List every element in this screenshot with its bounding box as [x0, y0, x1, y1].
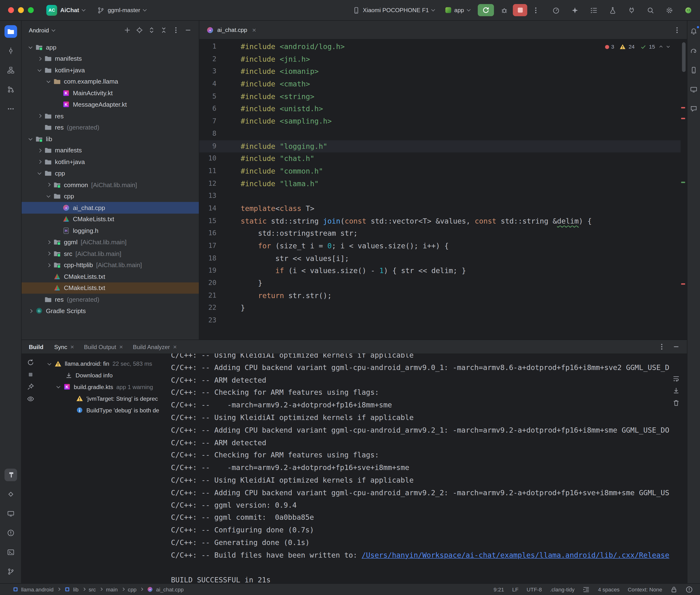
project-selector[interactable]: AC AiChat	[43, 3, 88, 17]
project-item-mainactivity-kt[interactable]: KMainActivity.kt	[22, 87, 199, 98]
build-item-download-info[interactable]: Download info	[39, 370, 166, 381]
close-tab-button[interactable]: ×	[252, 26, 256, 34]
project-item-manifests[interactable]: manifests	[22, 144, 199, 156]
project-item-res[interactable]: res	[22, 110, 199, 122]
status-caret-position[interactable]: 9:21	[494, 586, 504, 592]
minus-button[interactable]	[184, 26, 192, 34]
sync-button[interactable]	[27, 359, 34, 366]
pull-requests-tool-button[interactable]	[4, 83, 17, 96]
close-window-button[interactable]	[8, 7, 14, 13]
debug-button[interactable]	[501, 6, 508, 13]
project-item-res[interactable]: res(generated)	[22, 122, 199, 133]
close-tab-button[interactable]: ×	[173, 343, 177, 350]
kebab-button[interactable]	[658, 343, 665, 350]
running-devices-tool-button[interactable]	[688, 83, 700, 96]
status-clang-tidy[interactable]: .clang-tidy	[550, 586, 575, 592]
ai-assistant-button[interactable]	[571, 6, 579, 13]
project-item-cmakelists-txt[interactable]: CMakeLists.txt	[22, 282, 199, 293]
zoom-window-button[interactable]	[28, 7, 34, 13]
profiler-button[interactable]	[552, 6, 559, 13]
build-item-jvmtarget-string-is-deprec[interactable]: 'jvmTarget: String' is deprec	[39, 393, 166, 404]
build-tab-build-analyzer[interactable]: Build Analyzer×	[133, 343, 177, 350]
build-tab-build-output[interactable]: Build Output×	[84, 343, 123, 350]
status-indentation[interactable]: 4 spaces	[598, 586, 620, 592]
project-item-kotlin-java[interactable]: kotlin+java	[22, 156, 199, 167]
notifications-tool-button[interactable]	[688, 25, 700, 38]
expand-all-button[interactable]	[148, 26, 155, 34]
search-button[interactable]	[647, 6, 654, 13]
commit-tool-button[interactable]	[4, 45, 17, 57]
scroll-end-button[interactable]	[673, 387, 680, 394]
project-item-ai-chat-cpp[interactable]: +ai_chat.cpp	[22, 202, 199, 213]
close-tab-button[interactable]: ×	[70, 343, 74, 350]
build-item-llama-android-fin[interactable]: llama.android: fin22 sec, 583 ms	[39, 358, 166, 370]
breadcrumb-llama-android[interactable]: llama.android	[12, 586, 54, 593]
device-link-button[interactable]	[628, 6, 635, 13]
kebab-button[interactable]	[172, 26, 179, 34]
pin-button[interactable]	[27, 383, 34, 390]
device-manager-tool-button[interactable]	[688, 64, 700, 77]
project-item-gradle-scripts[interactable]: GGradle Scripts	[22, 305, 199, 317]
code-editor[interactable]: 1234567891011121314151617181920212223 #i…	[199, 39, 687, 340]
build-item-buildtype-debug-is-both-de[interactable]: BuildType 'debug' is both de	[39, 404, 166, 416]
project-view-selector[interactable]: Android	[29, 27, 55, 33]
project-item-cmakelists-txt[interactable]: CMakeLists.txt	[22, 271, 199, 282]
project-item-messageadapter-kt[interactable]: KMessageAdapter.kt	[22, 99, 199, 110]
status-line-separator[interactable]: LF	[512, 586, 518, 592]
settings-button[interactable]	[666, 6, 673, 13]
soft-wrap-button[interactable]	[673, 375, 680, 382]
stop-square-button[interactable]	[27, 371, 34, 378]
project-item-logging-h[interactable]: Hlogging.h	[22, 225, 199, 236]
project-item-cpp[interactable]: cpp	[22, 191, 199, 202]
gradle-tool-button[interactable]	[688, 45, 700, 57]
project-item-lib[interactable]: lib	[22, 133, 199, 144]
tests-button[interactable]	[609, 6, 616, 13]
status-readonly-lock[interactable]	[670, 586, 677, 593]
editor-gutter[interactable]: 1234567891011121314151617181920212223	[199, 40, 221, 327]
project-item-cpp-httplib[interactable]: cpp-httplib[AiChat.lib.main]	[22, 259, 199, 271]
studio-bot-button[interactable]	[685, 6, 692, 13]
close-tab-button[interactable]: ×	[119, 343, 123, 350]
version-control-tool-button[interactable]	[4, 565, 17, 578]
next-problem-button[interactable]	[666, 45, 669, 48]
status-notifications-status[interactable]	[686, 586, 693, 593]
app-inspection-tool-button[interactable]	[4, 488, 17, 501]
breadcrumb-main[interactable]: main	[106, 586, 118, 592]
assistant-tool-button[interactable]	[688, 103, 700, 115]
locate-button[interactable]	[136, 26, 143, 34]
inspections-widget[interactable]: 3 24 15	[605, 43, 669, 50]
build-console[interactable]: C/C++: -- Using KleidiAI optimized kerne…	[166, 353, 687, 583]
stop-button[interactable]	[513, 4, 527, 16]
more-tool-button[interactable]	[4, 103, 17, 115]
minus-button[interactable]	[673, 343, 680, 350]
todo-list-button[interactable]	[590, 6, 597, 13]
project-item-com-example-llama[interactable]: com.example.llama	[22, 76, 199, 87]
running-devices-tool-button[interactable]	[4, 507, 17, 520]
minimize-window-button[interactable]	[18, 7, 24, 13]
status-context[interactable]: Context: None	[627, 586, 662, 592]
editor-tab[interactable]: + ai_chat.cpp ×	[199, 21, 261, 39]
breadcrumb-cpp[interactable]: cpp	[128, 586, 137, 592]
build-tab-sync[interactable]: Sync×	[54, 343, 74, 350]
project-item-cmakelists-txt[interactable]: CMakeLists.txt	[22, 213, 199, 225]
structure-tool-button[interactable]	[4, 64, 17, 77]
plus-button[interactable]	[123, 26, 131, 34]
tab-options-button[interactable]	[674, 26, 681, 33]
prev-problem-button[interactable]	[660, 46, 662, 49]
terminal-tool-button[interactable]	[4, 546, 17, 559]
build-tool-button[interactable]	[4, 469, 17, 481]
run-config-selector[interactable]: app	[442, 5, 473, 15]
project-item-ggml[interactable]: ggml[AiChat.lib.main]	[22, 236, 199, 248]
project-item-kotlin-java[interactable]: kotlin+java	[22, 64, 199, 76]
breadcrumb-src[interactable]: src	[89, 586, 96, 592]
project-item-res[interactable]: res(generated)	[22, 293, 199, 305]
device-selector[interactable]: Xiaomi POCOPHONE F1	[349, 5, 438, 16]
build-output-path-link[interactable]: /Users/hanyin/Workspace/ai-chat/examples…	[362, 551, 669, 559]
editor-scrollbar[interactable]	[682, 42, 685, 72]
project-tool-button[interactable]	[4, 25, 17, 38]
build-item-build-gradle-kts[interactable]: Kbuild.gradle.ktsapp 1 warning	[39, 381, 166, 393]
status-indent[interactable]	[583, 586, 590, 593]
status-file-encoding[interactable]: UTF-8	[527, 586, 542, 592]
project-item-cpp[interactable]: cpp	[22, 168, 199, 179]
project-item-manifests[interactable]: manifests	[22, 53, 199, 64]
